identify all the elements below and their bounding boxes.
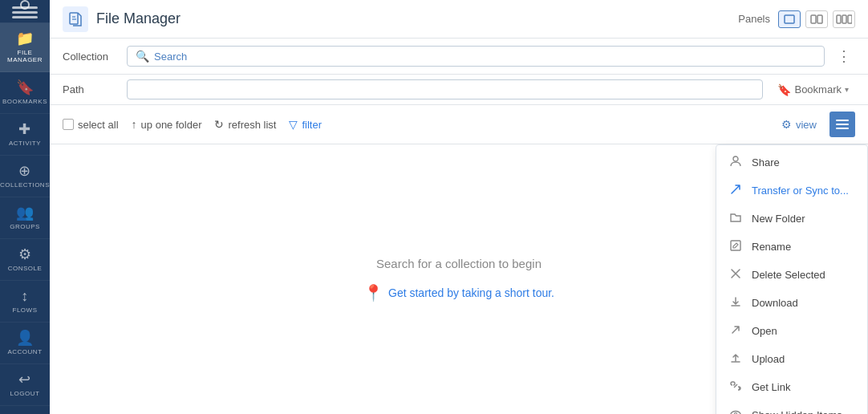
more-menu-button[interactable]: ⋮	[833, 45, 855, 67]
sidebar-item-account[interactable]: 👤 ACCOUNT	[0, 323, 50, 364]
tour-link-label: Get started by taking a short tour.	[388, 286, 554, 299]
bookmark-label: Bookmark	[794, 83, 842, 95]
gear-icon: ⚙	[781, 118, 792, 131]
svg-rect-17	[731, 241, 740, 250]
refresh-list-button[interactable]: ↻ refresh list	[214, 118, 276, 131]
menu-label-new-folder: New Folder	[752, 213, 805, 225]
svg-rect-14	[836, 124, 849, 125]
view-button[interactable]: ⚙ view	[781, 118, 817, 131]
svg-rect-15	[836, 128, 849, 129]
svg-rect-4	[70, 13, 78, 24]
filter-icon: ▽	[289, 118, 298, 131]
path-input[interactable]	[127, 79, 763, 99]
transfer-icon	[728, 183, 744, 198]
svg-rect-8	[811, 15, 816, 23]
menu-item-rename[interactable]: Rename	[716, 233, 867, 261]
view-label: view	[796, 119, 817, 131]
share-icon	[728, 155, 744, 170]
panel-triple-button[interactable]	[833, 10, 855, 28]
delete-icon	[728, 267, 744, 282]
sidebar-item-groups[interactable]: 👥 GROUPS	[0, 197, 50, 239]
flows-icon: ↕	[21, 289, 29, 303]
sidebar-label-groups: GROUPS	[10, 223, 40, 230]
menu-label-open: Open	[752, 325, 777, 337]
menu-label-delete: Delete Selected	[752, 269, 825, 281]
collection-bar: Collection 🔍 ⋮	[50, 39, 868, 75]
sidebar-item-file-manager[interactable]: 📁 FILE MANAGER	[0, 23, 50, 72]
account-icon: 👤	[16, 331, 34, 345]
sidebar-item-bookmarks[interactable]: 🔖 BOOKMARKS	[0, 72, 50, 114]
menu-item-get-link[interactable]: Get Link	[716, 373, 867, 401]
topbar-file-icon	[63, 6, 88, 32]
svg-rect-2	[12, 16, 38, 18]
sidebar-label-bookmarks: BOOKMARKS	[2, 98, 47, 105]
panel-double-button[interactable]	[805, 10, 828, 28]
sidebar-item-activity[interactable]: ✚ ACTIVITY	[0, 114, 50, 156]
logout-icon: ↩	[18, 372, 31, 387]
bookmark-button[interactable]: 🔖 Bookmark ▾	[771, 80, 855, 99]
svg-rect-13	[836, 120, 849, 121]
page-title: File Manager	[96, 10, 738, 27]
select-all-label: select all	[78, 119, 119, 131]
main-panel: File Manager Panels Collection 🔍 ⋮ Path …	[50, 0, 868, 414]
new-folder-icon	[728, 211, 744, 226]
file-manager-icon: 📁	[16, 31, 34, 46]
search-box[interactable]: 🔍	[127, 46, 825, 67]
groups-icon: 👥	[16, 205, 34, 220]
menu-item-new-folder[interactable]: New Folder	[716, 205, 867, 233]
menu-toggle-button[interactable]	[829, 112, 855, 137]
upload-icon	[728, 351, 744, 367]
topbar: File Manager Panels	[50, 0, 868, 39]
activity-icon: ✚	[18, 122, 31, 136]
panels-label: Panels	[738, 13, 770, 25]
show-hidden-icon	[728, 408, 744, 414]
menu-item-delete[interactable]: Delete Selected	[716, 261, 867, 289]
up-one-folder-button[interactable]: ↑ up one folder	[132, 118, 202, 131]
sidebar-label-account: ACCOUNT	[7, 348, 42, 355]
sidebar-label-file-manager: FILE MANAGER	[3, 49, 47, 63]
tour-link[interactable]: 📍 Get started by taking a short tour.	[363, 283, 554, 302]
menu-item-open[interactable]: Open	[716, 317, 867, 345]
tour-link-icon: 📍	[363, 283, 383, 302]
sidebar-label-flows: FLOWS	[13, 306, 38, 314]
menu-item-share[interactable]: Share	[716, 148, 867, 177]
open-icon	[728, 323, 744, 339]
svg-rect-1	[12, 11, 38, 14]
svg-rect-7	[785, 15, 794, 23]
toolbar: select all ↑ up one folder ↻ refresh lis…	[50, 105, 868, 144]
sidebar: 📁 FILE MANAGER 🔖 BOOKMARKS ✚ ACTIVITY ⊕ …	[0, 0, 50, 414]
up-folder-icon: ↑	[132, 118, 137, 131]
menu-label-get-link: Get Link	[752, 381, 790, 393]
refresh-icon: ↻	[214, 118, 224, 131]
menu-item-upload[interactable]: Upload	[716, 345, 867, 373]
get-link-icon	[728, 380, 744, 395]
sidebar-label-console: CONSOLE	[8, 265, 43, 272]
select-all-button[interactable]: select all	[63, 119, 119, 131]
svg-rect-9	[817, 15, 822, 23]
svg-rect-10	[837, 15, 841, 23]
sidebar-item-collections[interactable]: ⊕ COLLECTIONS	[0, 156, 50, 197]
search-icon: 🔍	[136, 50, 149, 63]
filter-button[interactable]: ▽ filter	[289, 118, 322, 131]
filter-label: filter	[302, 119, 322, 131]
bookmark-chevron-icon: ▾	[845, 85, 849, 94]
menu-label-show-hidden: Show Hidden Items	[752, 409, 842, 414]
bookmark-icon: 🔖	[777, 83, 791, 96]
sidebar-item-help[interactable]: ? HELP & SITEMAP	[0, 406, 50, 414]
search-input[interactable]	[154, 51, 816, 63]
collections-icon: ⊕	[18, 164, 31, 178]
sidebar-item-console[interactable]: ⚙ CONSOLE	[0, 239, 50, 281]
rename-icon	[728, 239, 744, 254]
menu-item-download[interactable]: Download	[716, 289, 867, 317]
empty-state-text: Search for a collection to begin	[376, 257, 541, 270]
context-menu: Share Transfer or Sync to... New Folder …	[716, 144, 868, 414]
menu-item-show-hidden[interactable]: Show Hidden Items	[716, 401, 867, 414]
svg-point-16	[733, 156, 738, 161]
path-bar: Path 🔖 Bookmark ▾	[50, 75, 868, 105]
sidebar-item-flows[interactable]: ↕ FLOWS	[0, 281, 50, 323]
sidebar-item-logout[interactable]: ↩ LOGOUT	[0, 364, 50, 406]
panel-single-button[interactable]	[778, 10, 801, 28]
menu-item-transfer[interactable]: Transfer or Sync to...	[716, 177, 867, 205]
main-content: Search for a collection to begin 📍 Get s…	[50, 144, 868, 414]
select-all-checkbox[interactable]	[63, 119, 74, 130]
